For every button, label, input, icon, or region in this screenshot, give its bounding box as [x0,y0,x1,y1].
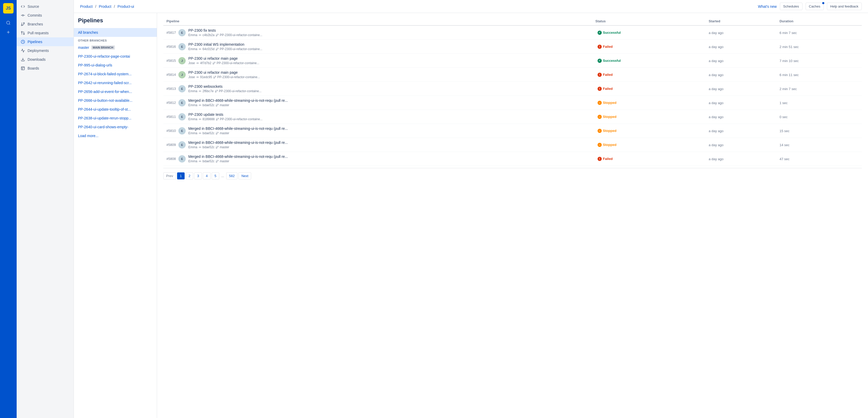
svg-point-41 [214,78,214,78]
pipeline-title[interactable]: PP-2300 update tests [188,112,262,116]
pipeline-title[interactable]: PP-2300 ui refactor main page [188,56,259,61]
sidebar-item-boards[interactable]: Boards [17,64,73,73]
duration-time: 2 min 7 sec [780,87,797,91]
svg-point-64 [217,132,218,133]
avatar: E [178,29,186,36]
prev-page-button[interactable]: Prev [163,172,176,179]
table-row: #5816 E PP-2300 initial WS implementatio… [163,40,862,54]
pipeline-title[interactable]: PP-2300 initial WS implementation [188,42,262,46]
pipeline-title[interactable]: Merged in BBCI-4668-while-streaming-ui-i… [188,154,288,159]
other-branches-label: OTHER BRANCHES [74,37,157,43]
last-page-button[interactable]: 582 [226,172,238,179]
master-branch-link[interactable]: master [78,45,89,49]
breadcrumb-product-ui[interactable]: Product-ui [118,4,134,8]
pipeline-table: Pipeline Status Started Duration #5817 E… [163,17,862,166]
pipeline-number: #5812 [166,101,176,105]
page-2-button[interactable]: 2 [186,172,193,179]
page-5-button[interactable]: 5 [212,172,219,179]
branch-item-8[interactable]: PP-2640-ui-card-shows-empty- [74,123,157,131]
svg-point-8 [23,23,25,24]
breadcrumb-product-1[interactable]: Product [80,4,93,8]
sidebar-item-downloads[interactable]: Downloads [17,55,73,64]
started-time: a day ago [709,73,723,77]
create-icon[interactable] [4,28,12,36]
sidebar-item-pull-requests[interactable]: Pull requests [17,29,73,37]
page-1-button[interactable]: 1 [177,172,185,179]
duration-time: 7 min 10 sec [780,59,799,63]
pipeline-cell: #5816 E PP-2300 initial WS implementatio… [166,42,589,51]
branch-item-5[interactable]: PP-2666-ui-button-not-available... [74,96,157,105]
sidebar-item-pipelines[interactable]: Pipelines [17,37,73,46]
pipeline-cell: #5808 E Merged in BBCI-4668-while-stream… [166,154,589,163]
page-dots: ... [220,173,225,179]
sidebar-item-source[interactable]: Source [17,2,73,11]
branch-item-2[interactable]: PP-2674-ui-block-failed-system... [74,70,157,78]
pipeline-info: PP-2300 websockets Emma 2f6bc7e PP-2300-… [188,84,261,93]
table-row: #5812 E Merged in BBCI-4668-while-stream… [163,96,862,110]
whats-new-link[interactable]: What's new [758,4,777,8]
breadcrumb: Product / Product / Product-ui [80,4,134,8]
table-row: #5810 E Merged in BBCI-4668-while-stream… [163,124,862,138]
breadcrumb-product-2[interactable]: Product [99,4,111,8]
svg-point-47 [215,92,216,93]
status-icon: ! [597,87,602,91]
next-page-button[interactable]: Next [239,172,251,179]
pipeline-title[interactable]: PP-2300 ui refactor main page [188,70,260,74]
svg-point-36 [197,77,198,78]
duration-time: 14 sec [780,143,789,147]
svg-point-46 [217,90,217,91]
status-badge: ! Failed [595,86,615,92]
status-icon: – [597,115,602,119]
table-row: #5814 J PP-2300 ui refactor main page Jo… [163,68,862,82]
pipeline-info: Merged in BBCI-4668-while-streaming-ui-i… [188,154,288,163]
avatar: E [178,99,186,106]
pipeline-title[interactable]: Merged in BBCI-4668-while-streaming-ui-i… [188,98,288,103]
pipeline-title[interactable]: PP-2300 websockets [188,84,261,89]
duration-time: 1 sec [780,101,788,105]
duration-time: 0 sec [780,115,788,119]
page-4-button[interactable]: 4 [203,172,210,179]
pipeline-title[interactable]: Merged in BBCI-4668-while-streaming-ui-i… [188,127,288,131]
status-icon: – [597,129,602,133]
pipeline-meta: Emma 8189888 PP-2300-ui-refactor-contain… [188,117,262,121]
svg-point-60 [199,133,200,134]
branch-item-4[interactable]: PP-2656-add-ui-event-for-when... [74,87,157,96]
duration-time: 6 min 7 sec [780,31,797,35]
load-more-link[interactable]: Load more... [74,131,157,140]
sidebar-item-commits[interactable]: Commits [17,11,73,20]
top-bar: Product / Product / Product-ui What's ne… [74,0,868,13]
svg-point-23 [216,36,217,36]
svg-point-76 [217,160,218,161]
branch-item-1[interactable]: PP-995-ui-dialog-urls [74,61,157,70]
all-branches-item[interactable]: All branches [74,28,157,37]
pipeline-number: #5811 [166,115,176,119]
table-row: #5809 E Merged in BBCI-4668-while-stream… [163,138,862,152]
col-status: Status [592,17,706,26]
pipeline-title[interactable]: Merged in BBCI-4668-while-streaming-ui-i… [188,140,288,145]
svg-point-42 [199,91,200,92]
search-icon[interactable] [4,19,12,27]
logo[interactable]: JS [3,3,13,13]
sidebar-item-branches[interactable]: Branches [17,20,73,29]
page-title: Pipelines [74,17,157,28]
caches-button[interactable]: Caches [806,3,824,10]
help-feedback-button[interactable]: Help and feedback [827,3,862,10]
sidebar-item-deployments[interactable]: Deployments [17,46,73,55]
branch-item-7[interactable]: PP-2638-ui-update-rerun-stopp... [74,114,157,123]
table-row: #5813 E PP-2300 websockets Emma 2f6bc7e … [163,82,862,96]
nav-sidebar: Source Commits Branches Pull requests Pi… [17,0,74,418]
page-3-button[interactable]: 3 [194,172,202,179]
pipeline-info: PP-2300 ui refactor main page Jose 4f7d7… [188,56,259,65]
branch-item-0[interactable]: PP-2300-ui-refactor-page-contai [74,52,157,61]
branch-item-3[interactable]: PP-2642-ui-rerunning-failed-scr... [74,78,157,87]
schedules-button[interactable]: Schedules [780,3,803,10]
pipeline-number: #5816 [166,45,176,48]
branch-item-6[interactable]: PP-2644-ui-update-tooltip-of-st... [74,105,157,114]
started-time: a day ago [709,31,723,35]
svg-point-71 [216,148,217,148]
status-badge: ✓ Successful [595,58,623,64]
table-row: #5817 E PP-2300 fix tests Emma c4b2b2a P… [163,26,862,40]
svg-point-4 [22,14,23,16]
pagination: Prev 1 2 3 4 5 ... 582 Next [163,168,862,183]
pipeline-title[interactable]: PP-2300 fix tests [188,28,262,32]
